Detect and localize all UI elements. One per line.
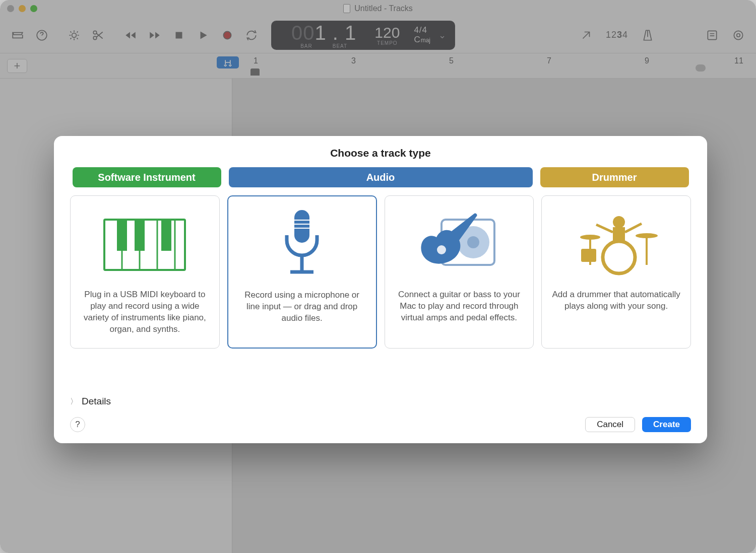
card-software-desc: Plug in a USB MIDI keyboard to play and … xyxy=(80,289,210,335)
tab-drummer[interactable]: Drummer xyxy=(540,167,689,187)
card-audio-guitar[interactable]: Connect a guitar or bass to your Mac to … xyxy=(385,195,534,349)
svg-rect-16 xyxy=(161,220,171,251)
track-type-tabs: Software Instrument Audio Drummer xyxy=(70,167,691,187)
svg-point-27 xyxy=(613,216,625,228)
card-audio-mic[interactable]: Record using a microphone or line input … xyxy=(227,195,377,349)
svg-line-28 xyxy=(596,225,613,232)
svg-rect-14 xyxy=(117,220,127,251)
chevron-right-icon: 〉 xyxy=(70,397,78,406)
card-mic-desc: Record using a microphone or line input … xyxy=(237,289,367,324)
guitar-amp-icon xyxy=(414,207,505,283)
svg-rect-17 xyxy=(294,210,309,243)
svg-point-35 xyxy=(603,241,635,273)
svg-point-26 xyxy=(437,245,446,254)
card-drummer-desc: Add a drummer that automatically plays a… xyxy=(551,289,681,312)
details-disclosure[interactable]: 〉 Details xyxy=(70,381,691,407)
svg-line-29 xyxy=(625,224,642,232)
card-drummer[interactable]: Add a drummer that automatically plays a… xyxy=(541,195,691,349)
svg-rect-15 xyxy=(135,220,145,251)
piano-keys-icon xyxy=(102,207,187,283)
cancel-button[interactable]: Cancel xyxy=(585,417,635,432)
card-guitar-desc: Connect a guitar or bass to your Mac to … xyxy=(394,289,525,323)
modal-title: Choose a track type xyxy=(70,147,691,159)
tab-software-instrument[interactable]: Software Instrument xyxy=(73,167,221,187)
tab-audio[interactable]: Audio xyxy=(229,167,533,187)
new-track-modal: Choose a track type Software Instrument … xyxy=(54,136,707,443)
modal-help-button[interactable]: ? xyxy=(70,417,85,432)
svg-point-25 xyxy=(467,236,479,248)
microphone-icon xyxy=(274,208,330,283)
app-window: Untitled - Tracks xyxy=(0,0,756,553)
card-software-instrument[interactable]: Plug in a USB MIDI keyboard to play and … xyxy=(70,195,220,349)
svg-rect-32 xyxy=(581,249,596,262)
create-button[interactable]: Create xyxy=(642,417,691,432)
drummer-icon xyxy=(571,207,662,283)
details-label: Details xyxy=(82,396,111,407)
